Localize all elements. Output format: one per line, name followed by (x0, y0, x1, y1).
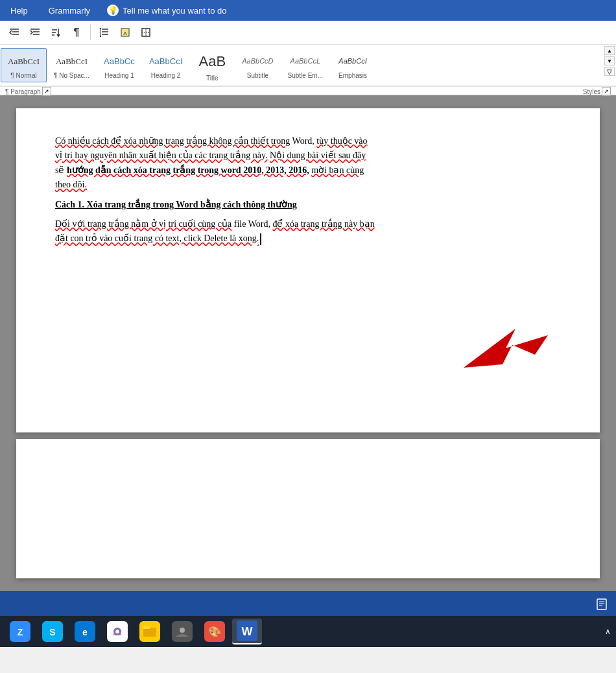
svg-marker-17 (464, 329, 548, 368)
taskbar: Z S e (0, 616, 616, 647)
ribbon-separator-1 (90, 25, 91, 40)
scroll-down-button[interactable]: ▼ (604, 56, 615, 65)
svg-point-36 (180, 628, 185, 633)
red-arrow-indicator (451, 316, 567, 394)
menu-bar: Help Grammarly 💡 Tell me what you want t… (0, 0, 616, 21)
help-menu[interactable]: Help (6, 5, 32, 17)
style-normal[interactable]: AaBbCcI ¶ Normal (1, 48, 47, 82)
svg-text:A: A (123, 30, 127, 36)
paragraph-heading: Cách 1. Xóa trang trắng trong Word bằng … (55, 198, 561, 212)
decrease-indent-button[interactable] (5, 23, 23, 41)
ribbon-bottom-row: ¶ Paragraph ↗ Styles ↗ (0, 86, 616, 96)
style-subtitle-label: Subtitle (247, 72, 268, 79)
scroll-up-button[interactable]: ▲ (604, 46, 615, 55)
page-2-blank (16, 439, 600, 578)
line-spacing-button[interactable] (95, 23, 113, 41)
paragraph-2: Đối với trang trắng nằm ở vị trí cuối cù… (55, 217, 561, 246)
style-no-spacing-label: ¶ No Spac... (54, 72, 89, 79)
style-subtle-emphasis-label: Subtle Em... (288, 72, 323, 79)
text-cursor (260, 233, 261, 245)
style-emphasis-preview: AaBbCcI (338, 51, 366, 72)
status-bar (0, 591, 616, 616)
svg-text:W: W (242, 625, 253, 638)
shading-button[interactable]: A (116, 23, 134, 41)
taskbar-skype[interactable]: S (38, 619, 67, 644)
style-heading1-label: Heading 1 (104, 72, 134, 79)
svg-text:Z: Z (18, 627, 23, 637)
tell-me-text: Tell me what you want to do (123, 6, 226, 16)
style-heading2-preview: AaBbCcI (149, 51, 182, 72)
svg-rect-34 (143, 626, 150, 629)
taskbar-edge[interactable]: e (70, 619, 100, 644)
sort-button[interactable] (47, 23, 65, 41)
taskbar-paint3d[interactable]: 🎨 (200, 619, 230, 644)
style-heading1[interactable]: AaBbCc Heading 1 (97, 48, 142, 82)
style-no-spacing[interactable]: AaBbCcI ¶ No Spac... (47, 48, 97, 82)
styles-label: Styles (583, 88, 600, 95)
style-title-preview: AaB (198, 49, 226, 75)
style-subtle-emphasis-preview: AaBbCcL (290, 51, 320, 72)
styles-expand-button[interactable]: ↗ (602, 87, 611, 96)
style-subtitle-preview: AaBbCcD (242, 51, 273, 72)
ribbon-toolbar-row: ¶ A (0, 21, 616, 45)
paragraph-1: Có nhiều cách để xóa những trang trắng k… (55, 134, 561, 193)
page-indicator-icon (594, 596, 610, 612)
style-normal-preview: AaBbCcI (8, 51, 40, 72)
increase-indent-button[interactable] (26, 23, 44, 41)
svg-rect-33 (143, 628, 156, 637)
taskbar-right: ∧ (605, 627, 611, 636)
style-no-spacing-preview: AaBbCcI (56, 51, 88, 72)
paragraph-section: ¶ Paragraph ↗ (5, 87, 51, 96)
paragraph-expand-button[interactable]: ↗ (42, 87, 51, 96)
page-1: Có nhiều cách để xóa những trang trắng k… (16, 108, 600, 432)
style-title[interactable]: AaB Title (189, 45, 235, 85)
svg-marker-18 (460, 364, 467, 371)
style-emphasis-label: Emphasis (338, 72, 367, 79)
svg-text:e: e (82, 627, 88, 637)
lightbulb-icon: 💡 (107, 5, 119, 16)
svg-text:S: S (49, 627, 55, 637)
paragraph-label: ¶ Paragraph (5, 88, 41, 95)
taskbar-photos[interactable] (167, 619, 197, 644)
ribbon-scroll-controls: ▲ ▼ ▽ (603, 45, 616, 86)
expand-styles-button[interactable]: ▽ (604, 67, 615, 76)
styles-gallery: AaBbCcI ¶ Normal AaBbCcI ¶ No Spac... Aa… (0, 45, 603, 86)
taskbar-apps: Z S e (5, 619, 262, 644)
style-subtitle[interactable]: AaBbCcD Subtitle (235, 48, 280, 82)
chevron-up-icon[interactable]: ∧ (605, 627, 611, 636)
taskbar-file-explorer[interactable] (135, 619, 165, 644)
grammarly-menu[interactable]: Grammarly (45, 5, 94, 17)
style-title-label: Title (206, 75, 219, 82)
style-emphasis[interactable]: AaBbCcI Emphasis (330, 48, 375, 82)
style-heading2[interactable]: AaBbCcI Heading 2 (142, 48, 189, 82)
taskbar-zoom[interactable]: Z (5, 619, 35, 644)
taskbar-word[interactable]: W (232, 619, 262, 644)
styles-section: Styles ↗ (583, 87, 611, 96)
svg-text:🎨: 🎨 (208, 626, 221, 638)
document-area: Có nhiều cách để xóa những trang trắng k… (0, 95, 616, 591)
show-hide-button[interactable]: ¶ (67, 23, 86, 41)
style-heading2-label: Heading 2 (151, 72, 181, 79)
taskbar-chrome[interactable] (102, 619, 132, 644)
style-heading1-preview: AaBbCc (104, 51, 135, 72)
style-normal-label: ¶ Normal (10, 72, 36, 79)
borders-button[interactable] (137, 23, 155, 41)
ribbon: ¶ A (0, 21, 616, 95)
svg-rect-19 (597, 599, 606, 609)
tell-me-bar[interactable]: 💡 Tell me what you want to do (107, 5, 226, 16)
style-subtle-emphasis[interactable]: AaBbCcL Subtle Em... (281, 48, 330, 82)
page-content[interactable]: Có nhiều cách để xóa những trang trắng k… (55, 134, 561, 246)
